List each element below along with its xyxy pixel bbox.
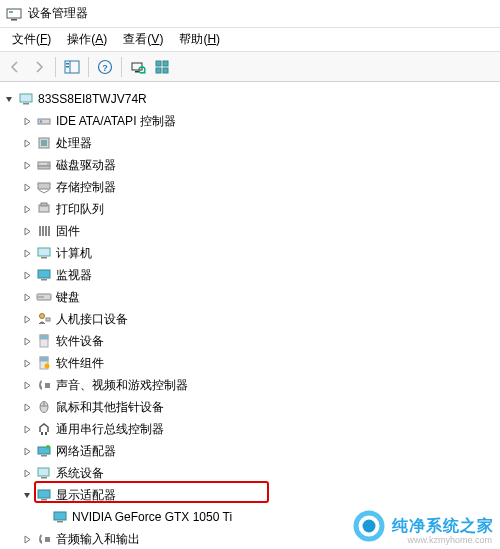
expand-icon[interactable] [20,466,34,480]
menu-help[interactable]: 帮助(H) [171,29,228,50]
tree-category[interactable]: 软件设备 [2,330,498,352]
collapse-icon[interactable] [2,92,16,106]
svg-rect-48 [45,383,50,388]
expand-icon[interactable] [20,334,34,348]
svg-rect-9 [132,63,142,70]
expand-icon[interactable] [20,400,34,414]
category-icon [36,289,52,305]
tree-category[interactable]: 处理器 [2,132,498,154]
expand-icon[interactable] [20,268,34,282]
tree-category[interactable]: 计算机 [2,242,498,264]
svg-rect-5 [66,63,69,65]
expand-icon[interactable] [20,114,34,128]
category-icon [36,465,52,481]
app-icon [6,6,22,22]
expand-icon[interactable] [20,378,34,392]
tree-category[interactable]: 网络适配器 [2,440,498,462]
expand-icon[interactable] [20,136,34,150]
menu-file[interactable]: 文件(F) [4,29,59,50]
expand-icon[interactable] [20,356,34,370]
category-label: 音频输入和输出 [56,531,140,548]
show-hide-tree-button[interactable] [61,56,83,78]
help-button[interactable]: ? [94,56,116,78]
device-view-button[interactable] [151,56,173,78]
svg-rect-63 [45,537,50,542]
svg-rect-17 [20,94,32,102]
tree-category[interactable]: 系统设备 [2,462,498,484]
category-icon [36,421,52,437]
svg-rect-32 [48,226,50,236]
svg-rect-62 [57,521,63,523]
svg-rect-10 [135,71,139,73]
expand-icon[interactable] [20,444,34,458]
device-label: NVIDIA GeForce GTX 1050 Ti [72,510,232,524]
category-label: 键盘 [56,289,80,306]
category-label: 软件组件 [56,355,104,372]
svg-rect-33 [38,248,50,256]
menubar: 文件(F) 操作(A) 查看(V) 帮助(H) [0,28,500,52]
tree-category[interactable]: IDE ATA/ATAPI 控制器 [2,110,498,132]
tree-category[interactable]: 监视器 [2,264,498,286]
category-label: 固件 [56,223,80,240]
svg-rect-15 [156,68,161,73]
svg-rect-29 [39,226,41,236]
svg-point-56 [46,445,50,449]
tree-category[interactable]: 软件组件 [2,352,498,374]
menu-view[interactable]: 查看(V) [115,29,171,50]
expand-icon[interactable] [20,246,34,260]
category-label: 网络适配器 [56,443,116,460]
tree-category[interactable]: 键盘 [2,286,498,308]
tree-category[interactable]: 通用串行总线控制器 [2,418,498,440]
tree-category[interactable]: 打印队列 [2,198,498,220]
svg-rect-34 [41,257,47,259]
category-label: 声音、视频和游戏控制器 [56,377,188,394]
category-label: 存储控制器 [56,179,116,196]
tree-category[interactable]: 人机接口设备 [2,308,498,330]
expand-icon[interactable] [20,290,34,304]
expand-icon[interactable] [20,312,34,326]
category-icon [36,157,52,173]
tree-category[interactable]: 磁盘驱动器 [2,154,498,176]
category-label: 显示适配器 [56,487,116,504]
svg-rect-30 [42,226,44,236]
category-label: 监视器 [56,267,92,284]
expand-icon[interactable] [20,532,34,546]
category-label: 鼠标和其他指针设备 [56,399,164,416]
tree-root[interactable]: 83SS8EI8TWJV74R [2,88,498,110]
expand-icon[interactable] [20,158,34,172]
scan-hardware-button[interactable] [127,56,149,78]
svg-point-41 [40,314,45,319]
tree-category[interactable]: 鼠标和其他指针设备 [2,396,498,418]
category-icon [36,135,52,151]
category-label: 系统设备 [56,465,104,482]
watermark: 纯净系统之家 www.kzmyhome.com [352,509,494,543]
svg-rect-26 [38,183,50,189]
expand-icon[interactable] [20,224,34,238]
toolbar-separator [55,57,56,77]
device-tree[interactable]: 83SS8EI8TWJV74R IDE ATA/ATAPI 控制器处理器磁盘驱动… [0,82,500,549]
toolbar-separator [121,57,122,77]
watermark-text: 纯净系统之家 [392,516,494,537]
svg-rect-28 [41,203,47,206]
expand-icon[interactable] [20,422,34,436]
svg-rect-18 [23,103,29,105]
category-label: 计算机 [56,245,92,262]
svg-rect-2 [9,11,13,13]
category-icon [36,311,52,327]
titlebar: 设备管理器 [0,0,500,28]
expand-icon[interactable] [20,202,34,216]
category-icon [36,355,52,371]
tree-category[interactable]: 声音、视频和游戏控制器 [2,374,498,396]
tree-category[interactable]: 存储控制器 [2,176,498,198]
svg-rect-14 [163,61,168,66]
watermark-logo-icon [352,509,386,543]
svg-rect-42 [46,318,50,321]
tree-category[interactable]: 固件 [2,220,498,242]
tree-category[interactable]: 显示适配器 [2,484,498,506]
menu-action[interactable]: 操作(A) [59,29,115,50]
svg-point-65 [363,520,376,533]
watermark-url: www.kzmyhome.com [407,535,492,545]
svg-rect-52 [41,432,43,435]
expand-icon[interactable] [20,180,34,194]
collapse-icon[interactable] [20,488,34,502]
